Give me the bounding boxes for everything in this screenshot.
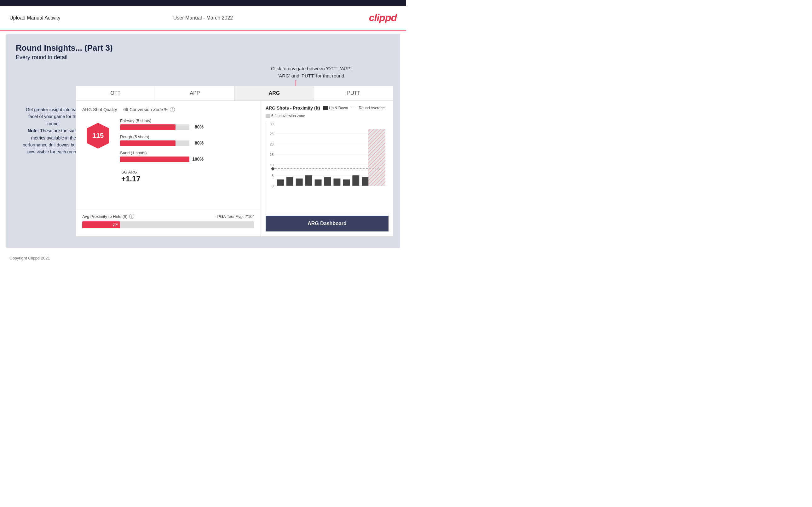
bar-sand-fill [120, 157, 189, 162]
svg-text:25: 25 [270, 132, 273, 136]
header-center-label: User Manual - March 2022 [173, 15, 233, 21]
tab-arg[interactable]: ARG [235, 86, 314, 101]
bar-sand-pct: 100% [192, 157, 204, 162]
left-desc-text: Get greater insight into each facet of y… [23, 107, 85, 154]
chart-area: 0 5 10 15 20 25 30 [266, 123, 389, 214]
legend-round-avg: Round Average [351, 106, 385, 110]
bar-rough-label: Rough (5 shots) [120, 134, 254, 139]
sg-label: SG ARG [121, 170, 254, 174]
svg-text:20: 20 [270, 142, 273, 146]
sg-section: SG ARG +1.17 [120, 170, 254, 183]
bar-rough-fill [120, 140, 175, 146]
bar-sand: Sand (1 shots) 100% [120, 151, 254, 162]
svg-text:15: 15 [270, 153, 273, 157]
tab-app[interactable]: APP [155, 86, 235, 101]
chart-title: ARG Shots - Proximity (ft) [266, 106, 320, 111]
svg-rect-22 [296, 178, 303, 186]
legend-conversion: 6 ft conversion zone [266, 114, 305, 118]
svg-rect-26 [334, 178, 340, 186]
svg-marker-18 [271, 167, 275, 171]
legend-round-avg-dash [351, 108, 357, 108]
svg-text:0: 0 [271, 184, 273, 188]
sg-value: +1.17 [121, 174, 254, 183]
proximity-track: 77' [82, 221, 254, 228]
svg-rect-21 [287, 177, 293, 186]
tab-ott[interactable]: OTT [76, 86, 155, 101]
hexagon-container: 115 [85, 122, 111, 150]
legend-up-down: Up & Down [323, 106, 348, 110]
left-desc-note: Note: [28, 128, 39, 133]
left-panel: ARG Shot Quality 6ft Conversion Zone % ?… [76, 101, 261, 236]
bar-rough-pct: 80% [195, 140, 204, 146]
nav-hint: Click to navigate between 'OTT', 'APP','… [271, 65, 353, 79]
svg-rect-24 [315, 179, 322, 186]
pga-avg: ↑ PGA Tour Avg: 7'10" [214, 214, 254, 219]
right-panel: ARG Shots - Proximity (ft) Up & Down Rou… [261, 101, 393, 236]
bar-rough-track: 80% [120, 140, 189, 146]
footer: Copyright Clippd 2021 [0, 251, 406, 265]
svg-rect-28 [352, 175, 359, 186]
nav-hint-text: Click to navigate between 'OTT', 'APP','… [271, 66, 353, 78]
bar-fairway-label: Fairway (5 shots) [120, 118, 254, 123]
bar-fairway-pct: 80% [195, 124, 204, 129]
svg-text:30: 30 [270, 123, 273, 126]
bar-sand-label: Sand (1 shots) [120, 151, 254, 155]
main-card: OTT APP ARG PUTT ARG Shot Quality 6ft Co… [75, 86, 394, 236]
copyright: Copyright Clippd 2021 [9, 256, 50, 261]
conversion-label: 6ft Conversion Zone % ? [123, 107, 175, 112]
card-body: ARG Shot Quality 6ft Conversion Zone % ?… [76, 101, 393, 236]
main-content: Round Insights... (Part 3) Every round i… [6, 34, 400, 248]
svg-rect-25 [324, 177, 331, 186]
conversion-help-icon[interactable]: ? [170, 107, 175, 112]
svg-rect-20 [277, 179, 284, 186]
bar-fairway: Fairway (5 shots) 80% [120, 118, 254, 130]
logo: clippd [369, 12, 397, 23]
svg-text:5: 5 [271, 174, 273, 178]
bars-section: Fairway (5 shots) 80% Rough (5 shots) 80… [120, 118, 254, 183]
bar-fairway-fill [120, 124, 175, 130]
arg-dashboard-button[interactable]: ARG Dashboard [266, 216, 389, 231]
header: Upload Manual Activity User Manual - Mar… [0, 6, 406, 31]
page-subtitle: Every round in detail [16, 54, 391, 61]
svg-rect-29 [362, 177, 369, 186]
header-left-label: Upload Manual Activity [9, 15, 60, 21]
proximity-fill-label: 77' [112, 223, 118, 227]
bar-rough: Rough (5 shots) 80% [120, 134, 254, 146]
panel-header: ARG Shot Quality 6ft Conversion Zone % ? [82, 107, 254, 112]
legend-conversion-box [266, 114, 270, 118]
tabs-bar: OTT APP ARG PUTT [76, 86, 393, 101]
bar-sand-track: 100% [120, 157, 189, 162]
proximity-header: Avg Proximity to Hole (ft) ? ↑ PGA Tour … [82, 210, 254, 221]
svg-rect-27 [343, 179, 350, 186]
svg-rect-32 [368, 129, 385, 186]
bar-fairway-track: 80% [120, 124, 189, 130]
svg-text:10: 10 [270, 163, 273, 167]
top-bar [0, 0, 406, 6]
proximity-fill: 77' [82, 221, 120, 228]
proximity-section: Avg Proximity to Hole (ft) ? ↑ PGA Tour … [76, 210, 260, 233]
svg-rect-23 [305, 175, 312, 186]
shot-quality-label: ARG Shot Quality [82, 107, 117, 112]
shot-quality-section: 115 Fairway (5 shots) 80% Rough (5 s [82, 118, 254, 183]
chart-header: ARG Shots - Proximity (ft) Up & Down Rou… [266, 106, 389, 118]
legend-up-down-box [323, 106, 328, 110]
chart-svg: 0 5 10 15 20 25 30 [266, 123, 389, 189]
page-title: Round Insights... (Part 3) [16, 43, 391, 53]
proximity-help-icon[interactable]: ? [129, 214, 134, 219]
proximity-label: Avg Proximity to Hole (ft) ? [82, 214, 134, 219]
tab-putt[interactable]: PUTT [314, 86, 393, 101]
hex-value: 115 [92, 132, 104, 140]
